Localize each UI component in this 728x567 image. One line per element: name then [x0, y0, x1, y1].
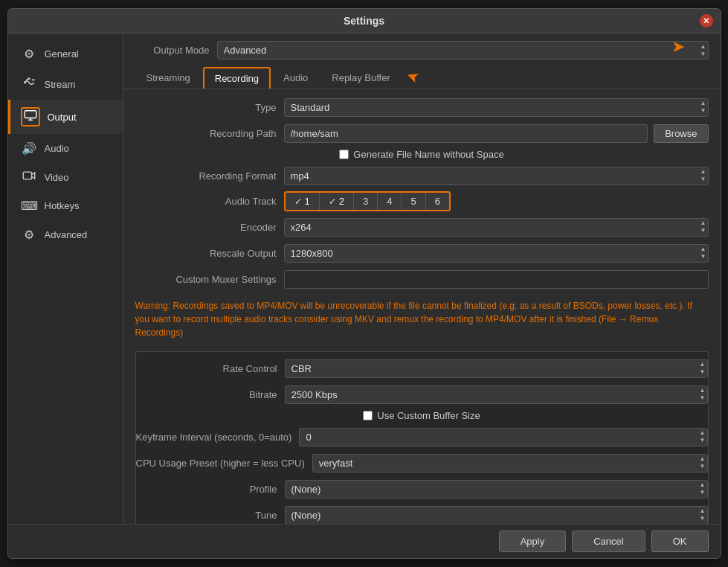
- type-label: Type: [135, 102, 284, 113]
- rescale-select-wrapper: 1280x800 ▲▼: [284, 244, 709, 263]
- arrow-recording-indicator: ➤: [402, 65, 422, 90]
- rate-control-wrapper: CBR VBR ABR CRF ▲▼: [285, 359, 708, 378]
- profile-select[interactable]: (None) baseline main high: [285, 480, 708, 499]
- browse-button[interactable]: Browse: [654, 124, 708, 143]
- keyframe-input[interactable]: [299, 428, 707, 446]
- tab-recording[interactable]: Recording: [203, 67, 271, 89]
- track-num-4: 4: [387, 196, 392, 207]
- sidebar-item-label: Output: [48, 112, 77, 123]
- buffer-checkbox-label[interactable]: Use Custom Buffer Size: [363, 410, 480, 421]
- ok-button[interactable]: OK: [651, 531, 709, 552]
- tune-control: (None) film animation grain ▲▼: [285, 506, 708, 525]
- encoder-row: Encoder x264 NVENC H.264 AMD HW H.264 ▲▼: [135, 217, 709, 237]
- hotkeys-icon: ⌨: [21, 199, 37, 213]
- filename-checkbox[interactable]: [339, 150, 349, 159]
- audio-track-3[interactable]: 3: [354, 193, 378, 210]
- path-control: Browse: [284, 124, 709, 143]
- rate-control-row: Rate Control CBR VBR ABR CRF ▲▼: [136, 358, 708, 379]
- check-icon-1: ✓: [294, 196, 302, 207]
- sidebar-item-audio[interactable]: 🔊 Audio: [8, 134, 123, 163]
- sidebar-item-advanced[interactable]: ⚙ Advanced: [8, 220, 123, 249]
- custom-muxer-row: Custom Muxer Settings: [135, 269, 709, 289]
- tab-streaming[interactable]: Streaming: [135, 67, 202, 89]
- encoder-select[interactable]: x264 NVENC H.264 AMD HW H.264: [284, 218, 709, 237]
- video-icon: [21, 170, 37, 184]
- tune-select[interactable]: (None) film animation grain: [285, 506, 708, 525]
- custom-muxer-input[interactable]: [284, 270, 709, 289]
- keyframe-control: ▲▼: [299, 428, 707, 446]
- cpu-preset-select[interactable]: ultrafast superfast veryfast faster fast…: [312, 454, 708, 472]
- cpu-preset-label: CPU Usage Preset (higher = less CPU): [136, 458, 312, 469]
- track-num-2: 2: [339, 196, 344, 207]
- bitrate-wrapper: ▲▼: [285, 385, 708, 404]
- buffer-checkbox[interactable]: [363, 411, 373, 420]
- audio-track-4[interactable]: 4: [378, 193, 402, 210]
- tabs-bar: Streaming Recording Audio Replay Buffer …: [123, 64, 721, 89]
- rescale-control: 1280x800 ▲▼: [284, 244, 709, 263]
- audio-track-1[interactable]: ✓ 1: [286, 193, 320, 210]
- audio-track-row: Audio Track ✓ 1 ✓ 2 3: [135, 191, 709, 211]
- rescale-select[interactable]: 1280x800: [284, 244, 709, 263]
- audio-track-6[interactable]: 6: [426, 193, 449, 210]
- custom-muxer-control: [284, 270, 709, 289]
- format-select-wrapper: mp4 mkv flv ts ▲▼: [284, 167, 709, 185]
- main-panel: Output Mode Simple Advanced ▲ ▼ ➤: [123, 33, 721, 524]
- sidebar-item-label: Advanced: [45, 229, 88, 240]
- output-mode-select[interactable]: Simple Advanced: [217, 41, 709, 60]
- keyframe-row: Keyframe Interval (seconds, 0=auto) ▲▼: [136, 426, 708, 447]
- track-num-5: 5: [410, 196, 416, 207]
- format-select[interactable]: mp4 mkv flv ts: [284, 167, 709, 185]
- sidebar-item-label: General: [45, 48, 79, 60]
- sidebar-item-video[interactable]: Video: [8, 163, 123, 191]
- settings-body: Type Standard Custom Output (FFmpeg) ▲▼: [123, 89, 721, 524]
- type-row: Type Standard Custom Output (FFmpeg) ▲▼: [135, 97, 709, 118]
- main-content: ⚙ General Stream: [8, 33, 721, 524]
- keyframe-wrapper: ▲▼: [299, 428, 707, 446]
- encoder-settings-section: Rate Control CBR VBR ABR CRF ▲▼: [135, 351, 709, 524]
- filename-checkbox-row: Generate File Name without Space: [135, 149, 709, 160]
- track-num-3: 3: [363, 196, 368, 207]
- rescale-label: Rescale Output: [135, 248, 284, 259]
- window-title: Settings: [344, 15, 384, 27]
- output-mode-label: Output Mode: [135, 45, 210, 56]
- tab-replay-buffer[interactable]: Replay Buffer: [320, 67, 402, 89]
- filename-label-text: Generate File Name without Space: [353, 149, 503, 160]
- profile-wrapper: (None) baseline main high ▲▼: [285, 480, 708, 499]
- apply-button[interactable]: Apply: [499, 531, 567, 552]
- custom-muxer-label: Custom Muxer Settings: [135, 274, 284, 285]
- encoder-select-wrapper: x264 NVENC H.264 AMD HW H.264 ▲▼: [284, 218, 709, 237]
- sidebar-item-hotkeys[interactable]: ⌨ Hotkeys: [8, 191, 123, 220]
- footer: Apply Cancel OK: [8, 524, 721, 558]
- audio-track-2[interactable]: ✓ 2: [320, 193, 354, 210]
- keyframe-label: Keyframe Interval (seconds, 0=auto): [136, 432, 300, 443]
- sidebar-item-general[interactable]: ⚙ General: [8, 39, 123, 68]
- buffer-label-text: Use Custom Buffer Size: [377, 410, 480, 421]
- bitrate-input[interactable]: [285, 385, 708, 404]
- settings-window: Settings ✕ ⚙ General Stream: [7, 8, 721, 559]
- tune-wrapper: (None) film animation grain ▲▼: [285, 506, 708, 525]
- sidebar-item-stream[interactable]: Stream: [8, 68, 123, 100]
- filename-checkbox-label[interactable]: Generate File Name without Space: [339, 149, 503, 160]
- sidebar: ⚙ General Stream: [8, 33, 123, 524]
- svg-rect-2: [25, 111, 36, 118]
- bitrate-control: ▲▼: [285, 385, 708, 404]
- stream-icon: [21, 76, 37, 92]
- path-input[interactable]: [284, 124, 648, 143]
- sidebar-item-output[interactable]: Output: [8, 100, 123, 134]
- output-mode-select-wrapper: Simple Advanced ▲ ▼: [217, 41, 709, 60]
- rate-control-select[interactable]: CBR VBR ABR CRF: [285, 359, 708, 378]
- type-select[interactable]: Standard Custom Output (FFmpeg): [284, 98, 709, 117]
- close-button[interactable]: ✕: [700, 14, 713, 28]
- rescale-row: Rescale Output 1280x800 ▲▼: [135, 243, 709, 263]
- type-control: Standard Custom Output (FFmpeg) ▲▼: [284, 98, 709, 117]
- format-row: Recording Format mp4 mkv flv ts ▲▼: [135, 165, 709, 186]
- buffer-checkbox-row: Use Custom Buffer Size: [136, 410, 708, 421]
- audio-track-5[interactable]: 5: [402, 193, 425, 210]
- bitrate-label: Bitrate: [136, 389, 285, 400]
- tune-row: Tune (None) film animation grain ▲▼: [136, 504, 708, 524]
- cancel-button[interactable]: Cancel: [572, 531, 645, 552]
- encoder-label: Encoder: [135, 222, 284, 233]
- tab-audio[interactable]: Audio: [272, 67, 319, 89]
- output-mode-row: Output Mode Simple Advanced ▲ ▼ ➤: [123, 33, 721, 64]
- bitrate-row: Bitrate ▲▼: [136, 384, 708, 405]
